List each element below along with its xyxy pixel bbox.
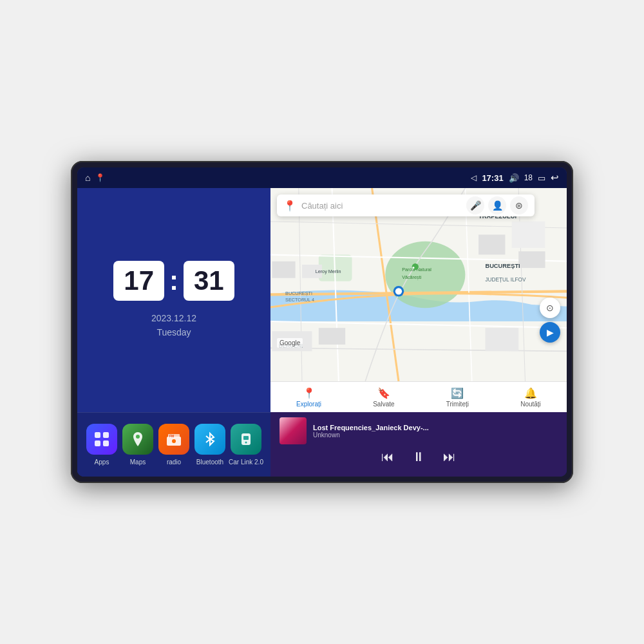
clock-widget: 17 : 31 2023.12.12 Tuesday bbox=[77, 188, 270, 412]
compass-button[interactable]: ⊙ bbox=[540, 298, 560, 318]
music-controls: ⏮ ⏸ ⏭ bbox=[279, 450, 558, 464]
share-label: Trimiteți bbox=[446, 401, 469, 408]
music-text: Lost Frequencies_Janieck Devy-... Unknow… bbox=[313, 424, 558, 439]
svg-text:JUDEȚUL ILFOV: JUDEȚUL ILFOV bbox=[485, 277, 526, 283]
news-icon: 🔔 bbox=[524, 387, 537, 399]
svg-point-6 bbox=[172, 439, 176, 443]
music-player: Lost Frequencies_Janieck Devy-... Unknow… bbox=[270, 412, 567, 477]
svg-rect-3 bbox=[103, 440, 109, 446]
svg-rect-25 bbox=[272, 261, 295, 278]
battery-level: 18 bbox=[524, 173, 533, 182]
svg-point-34 bbox=[395, 288, 402, 294]
svg-text:Leroy Merlin: Leroy Merlin bbox=[316, 269, 341, 274]
music-title: Lost Frequencies_Janieck Devy-... bbox=[313, 424, 558, 431]
app-label-radio: radio bbox=[167, 459, 181, 466]
explore-label: Explorați bbox=[296, 401, 321, 408]
device: ⌂ 📍 ◁ 17:31 🔊 18 ▭ ↩ 17 : bbox=[71, 161, 573, 483]
right-panel: TRAPEZULUI BUCUREȘTI JUDEȚUL ILFOV BERCE… bbox=[270, 188, 567, 477]
navigate-button[interactable]: ▶ bbox=[540, 322, 560, 343]
account-button[interactable]: 👤 bbox=[488, 196, 506, 214]
svg-text:BUCUREȘTI: BUCUREȘTI bbox=[285, 290, 312, 296]
layers-button[interactable]: ⊛ bbox=[510, 196, 528, 214]
app-item-maps[interactable]: Maps bbox=[120, 424, 155, 466]
status-right-info: ◁ 17:31 🔊 18 ▭ ↩ bbox=[471, 172, 559, 184]
status-bar: ⌂ 📍 ◁ 17:31 🔊 18 ▭ ↩ bbox=[77, 167, 567, 188]
svg-text:●: ● bbox=[412, 265, 415, 270]
saved-label: Salvate bbox=[373, 401, 394, 408]
music-info: Lost Frequencies_Janieck Devy-... Unknow… bbox=[279, 417, 558, 444]
svg-rect-1 bbox=[103, 432, 109, 438]
status-left-icons: ⌂ 📍 bbox=[85, 173, 105, 183]
carlink-icon bbox=[231, 424, 261, 455]
clock-day-value: Tuesday bbox=[151, 325, 196, 339]
map-nav-news[interactable]: 🔔 Noutăți bbox=[520, 387, 541, 408]
svg-rect-27 bbox=[478, 234, 505, 254]
bluetooth-icon bbox=[194, 424, 225, 455]
map-fab-buttons: ⊙ ▶ bbox=[540, 298, 560, 343]
svg-rect-2 bbox=[95, 440, 100, 446]
news-label: Noutăți bbox=[520, 401, 541, 408]
app-label-maps: Maps bbox=[130, 459, 146, 466]
app-label-carlink: Car Link 2.0 bbox=[229, 459, 263, 466]
google-logo: Google bbox=[277, 338, 303, 348]
left-panel: 17 : 31 2023.12.12 Tuesday bbox=[77, 188, 270, 477]
prev-button[interactable]: ⏮ bbox=[381, 450, 394, 464]
map-pin-icon: 📍 bbox=[283, 200, 296, 212]
main-content: 17 : 31 2023.12.12 Tuesday bbox=[77, 188, 567, 477]
svg-text:Văcărești: Văcărești bbox=[402, 274, 422, 280]
clock-date: 2023.12.12 Tuesday bbox=[151, 311, 196, 340]
map-nav-share[interactable]: 🔄 Trimiteți bbox=[446, 387, 469, 408]
svg-rect-29 bbox=[518, 251, 545, 268]
svg-rect-31 bbox=[319, 328, 345, 345]
svg-point-11 bbox=[245, 442, 247, 444]
app-label-apps: Apps bbox=[95, 459, 109, 466]
radio-icon: FM bbox=[158, 424, 189, 455]
app-item-carlink[interactable]: Car Link 2.0 bbox=[229, 424, 263, 466]
svg-text:FM: FM bbox=[169, 434, 174, 438]
battery-icon: ▭ bbox=[538, 173, 545, 183]
apps-icon bbox=[86, 424, 117, 455]
map-search-actions: 🎤 👤 ⊛ bbox=[466, 196, 528, 214]
clock-minute: 31 bbox=[184, 261, 234, 301]
voice-search-button[interactable]: 🎤 bbox=[466, 196, 484, 214]
map-nav-bar: 📍 Explorați 🔖 Salvate 🔄 Trimiteți 🔔 Nout… bbox=[270, 381, 567, 412]
svg-text:BUCUREȘTI: BUCUREȘTI bbox=[485, 263, 520, 269]
music-thumb-image bbox=[279, 417, 307, 444]
clock-display: 17 : 31 bbox=[113, 261, 234, 301]
map-search-placeholder[interactable]: Căutați aici bbox=[301, 201, 461, 211]
device-screen: ⌂ 📍 ◁ 17:31 🔊 18 ▭ ↩ 17 : bbox=[77, 167, 567, 477]
status-time: 17:31 bbox=[482, 173, 503, 183]
clock-date-value: 2023.12.12 bbox=[151, 311, 196, 325]
app-label-bluetooth: Bluetooth bbox=[196, 459, 223, 466]
svg-rect-0 bbox=[95, 432, 100, 438]
map-area[interactable]: TRAPEZULUI BUCUREȘTI JUDEȚUL ILFOV BERCE… bbox=[270, 188, 567, 381]
app-item-apps[interactable]: Apps bbox=[84, 424, 119, 466]
music-thumbnail bbox=[279, 417, 307, 444]
signal-icon: ◁ bbox=[471, 173, 477, 182]
music-artist: Unknown bbox=[313, 431, 558, 439]
svg-text:SECTORUL 4: SECTORUL 4 bbox=[285, 297, 314, 303]
map-nav-saved[interactable]: 🔖 Salvate bbox=[373, 387, 394, 408]
clock-hour: 17 bbox=[113, 261, 164, 301]
explore-icon: 📍 bbox=[303, 387, 316, 399]
clock-colon: : bbox=[169, 265, 178, 296]
saved-icon: 🔖 bbox=[377, 387, 390, 399]
share-icon: 🔄 bbox=[451, 387, 464, 399]
map-search-bar[interactable]: 📍 Căutați aici 🎤 👤 ⊛ bbox=[277, 194, 535, 216]
maps-icon bbox=[122, 424, 153, 455]
svg-rect-32 bbox=[485, 328, 518, 351]
svg-rect-10 bbox=[243, 436, 249, 440]
map-nav-explore[interactable]: 📍 Explorați bbox=[296, 387, 321, 408]
play-pause-button[interactable]: ⏸ bbox=[412, 450, 425, 464]
app-bar: Apps Maps bbox=[77, 412, 270, 477]
volume-icon[interactable]: 🔊 bbox=[509, 173, 519, 183]
back-icon[interactable]: ↩ bbox=[551, 172, 559, 184]
app-item-radio[interactable]: FM radio bbox=[156, 424, 191, 466]
next-button[interactable]: ⏭ bbox=[443, 450, 456, 464]
maps-status-icon[interactable]: 📍 bbox=[95, 173, 105, 182]
app-item-bluetooth[interactable]: Bluetooth bbox=[193, 424, 227, 466]
svg-point-4 bbox=[136, 435, 140, 439]
svg-rect-28 bbox=[512, 222, 545, 248]
home-icon[interactable]: ⌂ bbox=[85, 173, 90, 183]
